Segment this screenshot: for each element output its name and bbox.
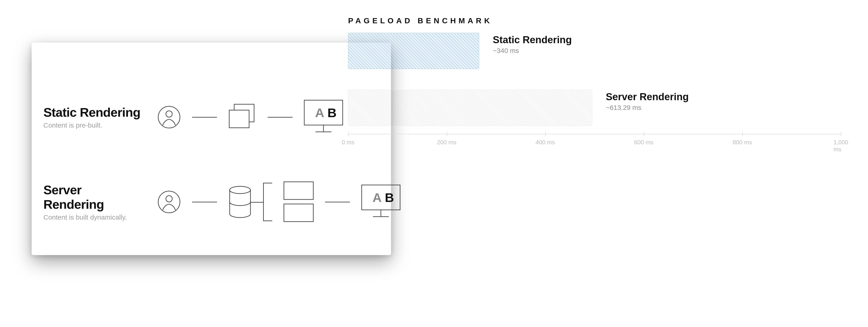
bar-name-static: Static Rendering <box>493 34 572 46</box>
static-sub: Content is pre-built. <box>43 121 143 129</box>
axis-tick-label: 800 ms <box>733 139 752 146</box>
axis-tick <box>644 131 644 136</box>
monitor-a: A <box>315 106 324 120</box>
monitor-a: A <box>373 190 381 205</box>
bar-label-server: Server Rendering ~613.29 ms <box>606 91 689 112</box>
connector-line <box>192 202 217 202</box>
svg-point-1 <box>166 111 172 117</box>
bar-row-static: Static Rendering ~340 ms <box>348 33 855 69</box>
axis-tick-label: 400 ms <box>535 139 555 146</box>
svg-rect-3 <box>229 110 249 128</box>
server-row: Server Rendering Content is built dynami… <box>43 180 379 224</box>
rendering-card: Static Rendering Content is pre-built. <box>32 42 391 255</box>
connector-line <box>192 117 217 118</box>
connector-line <box>268 117 292 118</box>
benchmark-panel: PAGELOAD BENCHMARK Static Rendering ~340… <box>348 16 855 147</box>
bar-value-static: ~340 ms <box>493 47 572 55</box>
bar-label-static: Static Rendering ~340 ms <box>493 34 572 55</box>
axis-tick <box>742 131 743 136</box>
svg-point-9 <box>166 196 172 202</box>
benchmark-axis: 0 ms200 ms400 ms600 ms800 ms1,000 ms <box>348 134 841 172</box>
server-label-col: Server Rendering Content is built dynami… <box>43 183 143 221</box>
connector-line <box>325 202 350 202</box>
static-title: Static Rendering <box>43 105 143 120</box>
cached-pages-icon <box>226 102 258 132</box>
axis-tick-label: 0 ms <box>342 139 354 146</box>
axis-tick-label: 1,000 ms <box>833 139 848 153</box>
bar-static <box>348 33 479 69</box>
monitor-ab-icon: AB <box>360 183 402 221</box>
axis-tick <box>447 131 447 136</box>
user-icon <box>156 188 183 215</box>
static-flow: AB <box>156 98 345 137</box>
page-chunks-icon <box>282 180 315 224</box>
server-sub: Content is built dynamically. <box>43 213 143 221</box>
bar-server <box>348 90 592 126</box>
axis-tick <box>841 131 841 136</box>
svg-rect-11 <box>284 182 313 200</box>
axis-tick <box>348 131 348 136</box>
svg-text:AB: AB <box>315 106 337 120</box>
static-label-col: Static Rendering Content is pre-built. <box>43 105 143 129</box>
benchmark-title: PAGELOAD BENCHMARK <box>348 16 855 25</box>
monitor-ab-icon: AB <box>302 98 345 137</box>
bar-value-server: ~613.29 ms <box>606 104 689 112</box>
bar-name-server: Server Rendering <box>606 91 689 102</box>
axis-tick-label: 200 ms <box>437 139 456 146</box>
svg-point-10 <box>230 186 250 194</box>
monitor-b: B <box>385 190 394 205</box>
static-row: Static Rendering Content is pre-built. <box>43 98 379 137</box>
database-icon <box>226 185 254 219</box>
bar-row-server: Server Rendering ~613.29 ms <box>348 90 855 126</box>
server-title: Server Rendering <box>43 183 143 212</box>
server-flow: AB <box>156 180 402 224</box>
axis-line <box>348 134 841 134</box>
axis-tick-label: 600 ms <box>634 139 653 146</box>
user-icon <box>156 103 183 131</box>
axis-tick <box>545 131 546 136</box>
svg-rect-12 <box>284 204 313 221</box>
split-bracket-icon <box>263 183 272 221</box>
svg-text:AB: AB <box>373 190 394 205</box>
monitor-b: B <box>327 106 336 120</box>
